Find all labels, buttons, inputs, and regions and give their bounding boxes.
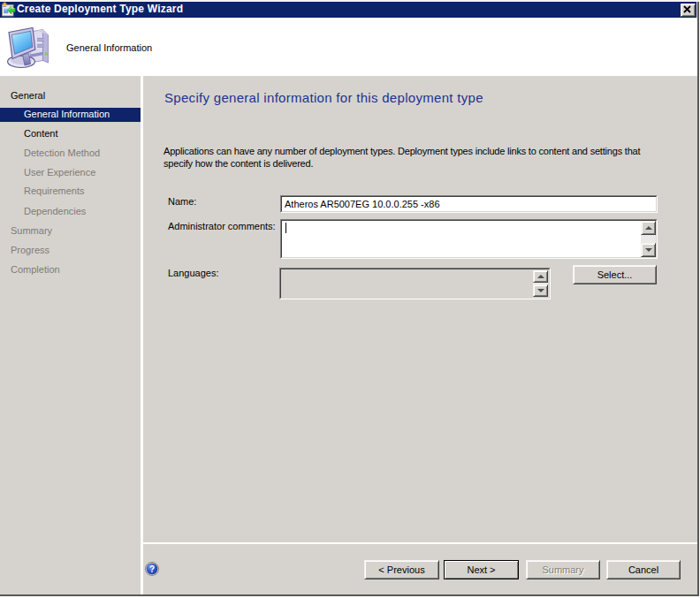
svg-text:?: ? [149,564,155,574]
